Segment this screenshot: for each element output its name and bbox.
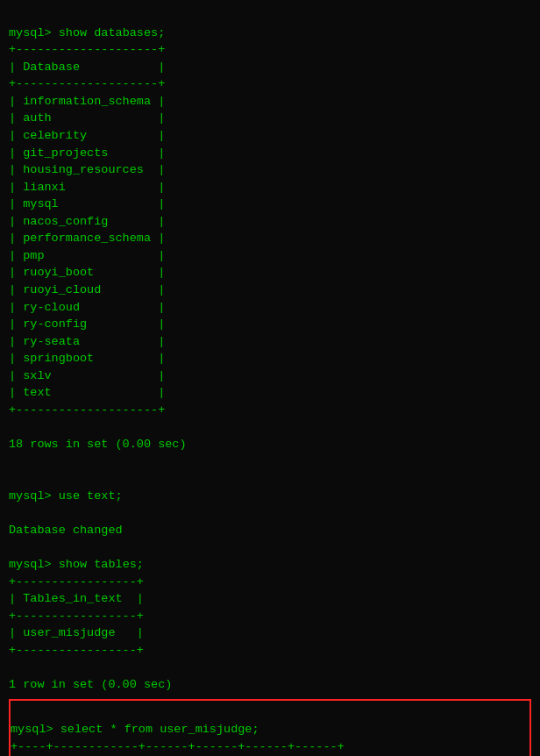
rows-1-msg: 1 row in set (0.00 sec) (9, 678, 172, 691)
select-section: mysql> select * from user_misjudge; +---… (11, 704, 529, 757)
show-tables-prompt: mysql> show tables; +-----------------+ … (9, 558, 144, 657)
db-changed-msg: Database changed (9, 524, 123, 537)
rows-18-msg: 18 rows in set (0.00 sec) (9, 438, 187, 451)
use-text-prompt: mysql> use text; (9, 489, 123, 503)
select-prompt: mysql> select * from user_misjudge; +---… (11, 723, 345, 756)
prompt-show-db: mysql> show databases; +----------------… (9, 26, 165, 417)
select-result-block: mysql> select * from user_misjudge; +---… (9, 699, 531, 757)
terminal-output: mysql> show databases; +----------------… (9, 7, 531, 694)
